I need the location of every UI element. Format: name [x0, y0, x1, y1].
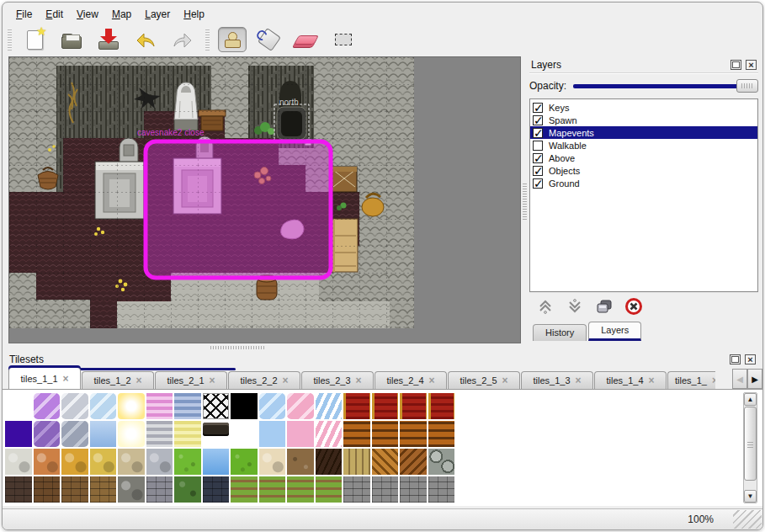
tileset-tile[interactable]	[343, 393, 370, 419]
select-tool-button[interactable]	[329, 27, 358, 52]
resize-grip[interactable]	[733, 510, 762, 529]
tileset-tile[interactable]	[259, 476, 286, 503]
tileset-tile[interactable]	[287, 421, 314, 447]
tileset-tile[interactable]	[34, 421, 61, 447]
tab-close-icon[interactable]	[712, 375, 715, 386]
open-button[interactable]	[57, 27, 86, 52]
tileset-tile[interactable]	[400, 393, 427, 419]
menu-layer[interactable]: Layer	[140, 7, 178, 22]
layer-visibility-checkbox[interactable]	[533, 115, 543, 125]
scroll-up-button[interactable]	[744, 393, 757, 406]
tileset-tile[interactable]	[203, 449, 230, 475]
tileset-tile[interactable]	[428, 449, 455, 475]
tileset-tab-tiles_2_5[interactable]: tiles_2_5	[448, 371, 520, 389]
tileset-tile[interactable]	[61, 393, 88, 419]
tileset-tile[interactable]	[203, 393, 230, 419]
close-panel-icon[interactable]	[746, 60, 757, 70]
tileset-tab-tiles_1_1[interactable]: tiles_1_1	[8, 368, 81, 389]
panel-tab-layers[interactable]: Layers	[588, 322, 641, 341]
tileset-tile[interactable]	[118, 421, 145, 447]
tileset-tile[interactable]	[174, 393, 201, 419]
tileset-tile[interactable]	[146, 449, 173, 475]
layer-row-mapevents[interactable]: Mapevents	[530, 126, 757, 139]
close-tilesets-icon[interactable]	[745, 354, 756, 364]
tileset-tab-tiles_2_2[interactable]: tiles_2_2	[228, 371, 300, 389]
tileset-tile[interactable]	[400, 476, 427, 503]
tab-close-icon[interactable]	[502, 375, 508, 386]
tileset-tile[interactable]	[287, 393, 314, 419]
tileset-tile[interactable]	[428, 476, 455, 503]
tileset-tile[interactable]	[343, 449, 370, 475]
duplicate-layer-button[interactable]	[593, 296, 615, 317]
tileset-tile[interactable]	[34, 476, 61, 503]
tileset-tile[interactable]	[259, 449, 286, 475]
tileset-tile[interactable]	[5, 449, 32, 475]
tileset-tile[interactable]	[174, 476, 201, 503]
horizontal-splitter[interactable]	[3, 344, 762, 351]
tab-scroll-right-button[interactable]	[747, 369, 762, 389]
panel-tab-history[interactable]: History	[533, 324, 587, 341]
tileset-tile[interactable]	[372, 476, 399, 503]
tileset-tile[interactable]	[146, 421, 173, 447]
layer-visibility-checkbox[interactable]	[533, 141, 543, 151]
tab-scroll-left-button[interactable]	[732, 369, 747, 389]
tileset-tile[interactable]	[61, 421, 88, 447]
tab-close-icon[interactable]	[63, 373, 69, 385]
tileset-tile[interactable]	[118, 393, 145, 419]
tileset-tile[interactable]	[118, 476, 145, 503]
tileset-tab-tiles_2_4[interactable]: tiles_2_4	[375, 371, 447, 389]
tileset-tab-tiles_2_1[interactable]: tiles_2_1	[155, 371, 227, 389]
tileset-tile[interactable]	[231, 421, 258, 447]
tileset-tile[interactable]	[90, 449, 117, 475]
tileset-tile[interactable]	[231, 449, 258, 475]
tileset-tile[interactable]	[400, 421, 427, 447]
scrollbar-thumb[interactable]	[744, 407, 757, 481]
tileset-tab-tiles_1_4[interactable]: tiles_1_4	[594, 371, 667, 389]
tileset-tile[interactable]	[316, 476, 343, 503]
new-file-button[interactable]	[20, 27, 49, 52]
tileset-tile[interactable]	[231, 393, 258, 419]
tileset-tile[interactable]	[203, 476, 230, 503]
menu-edit[interactable]: Edit	[40, 7, 72, 22]
tileset-tile[interactable]	[34, 449, 61, 475]
move-layer-down-button[interactable]	[564, 296, 586, 317]
vertical-splitter[interactable]	[522, 56, 528, 343]
map-selection-rectangle[interactable]	[146, 141, 331, 278]
tab-close-icon[interactable]	[136, 375, 142, 386]
layer-visibility-checkbox[interactable]	[533, 178, 543, 189]
tileset-tile[interactable]	[174, 449, 201, 475]
undo-button[interactable]	[131, 27, 160, 52]
palette-scrollbar[interactable]	[743, 392, 757, 503]
layer-visibility-checkbox[interactable]	[533, 103, 543, 113]
delete-layer-button[interactable]	[623, 296, 645, 317]
layer-visibility-checkbox[interactable]	[533, 166, 543, 176]
tileset-tile[interactable]	[61, 449, 88, 475]
tab-close-icon[interactable]	[649, 375, 655, 386]
tab-close-icon[interactable]	[576, 375, 582, 386]
tileset-tile[interactable]	[61, 476, 88, 503]
tileset-tile[interactable]	[428, 421, 455, 447]
menu-help[interactable]: Help	[178, 7, 213, 22]
layer-row-objects[interactable]: Objects	[530, 164, 757, 177]
opacity-slider-handle[interactable]	[736, 79, 758, 93]
toolbar-grip-2[interactable]	[205, 29, 210, 51]
tileset-tile[interactable]	[343, 421, 370, 447]
tab-close-icon[interactable]	[356, 375, 362, 386]
tileset-tab-tiles_2_3[interactable]: tiles_2_3	[301, 371, 374, 389]
tileset-tile[interactable]	[5, 421, 32, 447]
tileset-tile[interactable]	[118, 449, 145, 475]
tileset-tile[interactable]	[34, 393, 61, 419]
tileset-tile[interactable]	[287, 476, 314, 503]
tileset-tile[interactable]	[90, 393, 117, 419]
tileset-tile[interactable]	[372, 393, 399, 419]
tileset-tile[interactable]	[5, 476, 32, 503]
tileset-tile[interactable]	[90, 476, 117, 503]
menu-view[interactable]: View	[72, 7, 107, 22]
layer-row-above[interactable]: Above	[530, 152, 757, 164]
tileset-tile[interactable]	[90, 421, 117, 447]
map-canvas[interactable]: north cavesnake2 close	[9, 57, 414, 328]
tileset-tile[interactable]	[316, 393, 343, 419]
fill-tool-button[interactable]	[255, 27, 284, 52]
tileset-tab-tiles_1_[interactable]: tiles_1_	[667, 371, 715, 389]
layer-row-ground[interactable]: Ground	[530, 177, 757, 189]
